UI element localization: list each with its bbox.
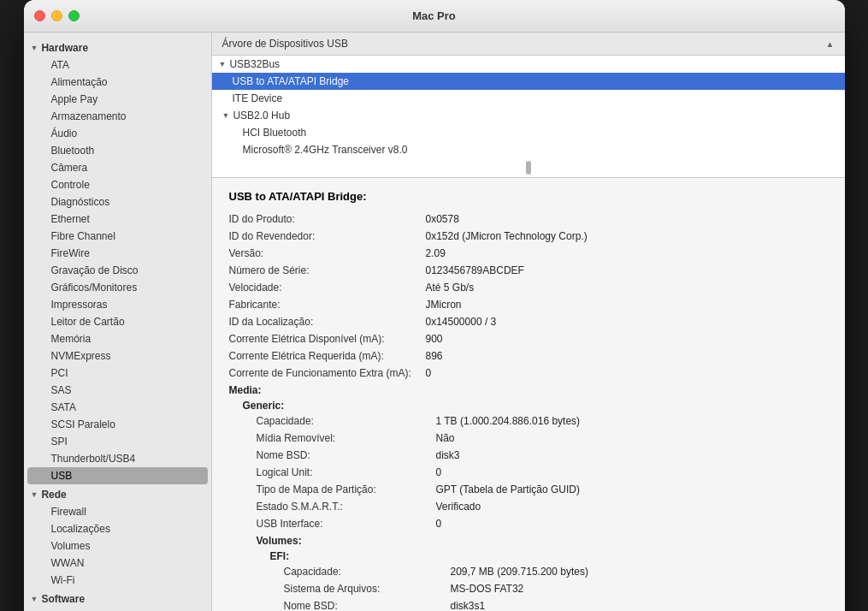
sidebar-item[interactable]: Gravação de Disco xyxy=(27,262,208,279)
tree-item-hci-bluetooth[interactable]: HCI Bluetooth xyxy=(212,124,845,141)
detail-value: disk3s1 xyxy=(451,598,486,611)
tree-item-usb-ata-bridge[interactable]: USB to ATA/ATAPI Bridge xyxy=(212,73,845,90)
sidebar-item[interactable]: Alimentação xyxy=(27,74,208,91)
rede-arrow-icon: ▼ xyxy=(31,490,38,499)
sidebar-item[interactable]: Câmera xyxy=(27,159,208,176)
detail-value: GPT (Tabela de Partição GUID) xyxy=(436,482,581,497)
sidebar-item[interactable]: SCSI Paralelo xyxy=(27,416,208,433)
sidebar-item[interactable]: WWAN xyxy=(27,555,208,572)
detail-row: ID do Produto: 0x0578 xyxy=(229,211,828,227)
sidebar-item[interactable]: Armazenamento xyxy=(27,108,208,125)
sidebar-item-bluetooth[interactable]: Bluetooth xyxy=(27,142,208,159)
detail-value: Até 5 Gb/s xyxy=(426,280,475,295)
sidebar-item[interactable]: SATA xyxy=(27,399,208,416)
device-tree-header: Árvore de Dispositivos USB ▲ xyxy=(212,33,845,56)
sidebar-item-ethernet[interactable]: Ethernet xyxy=(27,211,208,228)
hardware-arrow-icon: ▼ xyxy=(31,44,38,52)
window-title: Mac Pro xyxy=(412,9,456,22)
sidebar-item[interactable]: Leitor de Cartão xyxy=(27,313,208,330)
sidebar-item[interactable]: Acessibilidade xyxy=(27,608,208,611)
detail-row: Capacidade: 209,7 MB (209.715.200 bytes) xyxy=(284,564,828,579)
detail-label: USB Interface: xyxy=(257,516,436,531)
sidebar-item[interactable]: Fibre Channel xyxy=(27,228,208,245)
detail-label: Capacidade: xyxy=(284,564,451,579)
detail-value: JMicron xyxy=(426,297,462,312)
generic-section: Generic: Capacidade: 1 TB (1.000.204.886… xyxy=(229,400,828,611)
sidebar-section-software: ▼ Software Acessibilidade Aplicativos Cl… xyxy=(24,590,211,611)
sidebar-item[interactable]: Volumes xyxy=(27,537,208,555)
scrollbar-thumb[interactable] xyxy=(526,161,531,175)
sidebar-item[interactable]: Controle xyxy=(27,176,208,193)
sidebar-section-header-rede[interactable]: ▼ Rede xyxy=(24,486,211,503)
sidebar-item[interactable]: FireWire xyxy=(27,245,208,262)
detail-value: 209,7 MB (209.715.200 bytes) xyxy=(451,564,588,579)
tree-arrow-icon: ▼ xyxy=(219,60,227,68)
detail-label: Velocidade: xyxy=(229,280,426,295)
sidebar-item[interactable]: Gráficos/Monitores xyxy=(27,279,208,296)
sidebar-item[interactable]: SPI xyxy=(27,433,208,450)
tree-item-microsoft-transceiver[interactable]: Microsoft® 2.4GHz Transceiver v8.0 xyxy=(212,141,845,158)
detail-value: 0x14500000 / 3 xyxy=(426,314,497,329)
sidebar-item[interactable]: Localizações xyxy=(27,520,208,537)
detail-label: Estado S.M.A.R.T.: xyxy=(257,499,436,514)
detail-row: Logical Unit: 0 xyxy=(257,465,828,480)
detail-row: ID do Revendedor: 0x152d (JMicron Techno… xyxy=(229,228,828,244)
sidebar-item[interactable]: Impressoras xyxy=(27,296,208,313)
sidebar-item[interactable]: Wi-Fi xyxy=(27,572,208,589)
minimize-button[interactable] xyxy=(51,10,62,21)
sidebar-item[interactable]: Thunderbolt/USB4 xyxy=(27,450,208,467)
detail-label: ID da Localização: xyxy=(229,314,426,329)
sidebar[interactable]: ▼ Hardware ATA Alimentação Apple Pay Arm… xyxy=(24,33,212,611)
sidebar-section-header-hardware[interactable]: ▼ Hardware xyxy=(24,39,211,56)
detail-row: Nome BSD: disk3 xyxy=(257,448,828,463)
sidebar-item[interactable]: Diagnósticos xyxy=(27,193,208,211)
detail-row: Estado S.M.A.R.T.: Verificado xyxy=(257,499,828,514)
sidebar-item-usb[interactable]: USB xyxy=(27,467,208,484)
detail-value: MS-DOS FAT32 xyxy=(451,581,524,596)
detail-value: Verificado xyxy=(436,499,481,514)
sidebar-section-header-software[interactable]: ▼ Software xyxy=(24,590,211,608)
tree-item-ite-device[interactable]: ITE Device xyxy=(212,90,845,107)
sidebar-item-firewall[interactable]: Firewall xyxy=(27,503,208,520)
detail-label: Mídia Removível: xyxy=(257,430,436,446)
detail-row: Mídia Removível: Não xyxy=(257,430,828,446)
detail-label: Nome BSD: xyxy=(284,598,451,611)
efi-label: EFI: xyxy=(270,550,828,562)
detail-label: ID do Revendedor: xyxy=(229,228,426,244)
traffic-lights xyxy=(34,10,80,21)
maximize-button[interactable] xyxy=(68,10,80,21)
detail-value: 900 xyxy=(426,331,443,347)
detail-row: Corrente Elétrica Disponível (mA): 900 xyxy=(229,331,828,347)
volumes-label: Volumes: xyxy=(257,535,828,547)
detail-label: Capacidade: xyxy=(257,413,436,429)
sidebar-item[interactable]: ATA xyxy=(27,56,208,74)
detail-row: USB Interface: 0 xyxy=(257,516,828,531)
device-tree[interactable]: ▼ USB32Bus USB to ATA/ATAPI Bridge ITE D… xyxy=(212,56,845,178)
tree-item-usb32bus[interactable]: ▼ USB32Bus xyxy=(212,56,845,73)
tree-item-label: Microsoft® 2.4GHz Transceiver v8.0 xyxy=(243,144,408,156)
sidebar-section-rede: ▼ Rede Firewall Localizações Volumes WWA… xyxy=(24,486,211,589)
detail-row: Corrente de Funcionamento Extra (mA): 0 xyxy=(229,365,828,381)
sidebar-item[interactable]: Áudio xyxy=(27,125,208,142)
sidebar-item[interactable]: Memória xyxy=(27,330,208,347)
tree-arrow-icon: ▼ xyxy=(222,111,230,120)
software-label: Software xyxy=(41,593,85,605)
right-panel: Árvore de Dispositivos USB ▲ ▼ USB32Bus … xyxy=(212,33,845,611)
detail-row: Velocidade: Até 5 Gb/s xyxy=(229,280,828,295)
sidebar-item[interactable]: PCI xyxy=(27,365,208,382)
sidebar-item-apple-pay[interactable]: Apple Pay xyxy=(27,91,208,108)
detail-title: USB to ATA/ATAPI Bridge: xyxy=(229,190,828,203)
detail-label: Número de Série: xyxy=(229,263,426,278)
sidebar-item[interactable]: SAS xyxy=(27,382,208,399)
tree-item-usb20-hub[interactable]: ▼ USB2.0 Hub xyxy=(212,107,845,124)
efi-section: EFI: Capacidade: 209,7 MB (209.715.200 b… xyxy=(257,550,828,611)
chevron-up-icon[interactable]: ▲ xyxy=(826,39,835,49)
generic-label: Generic: xyxy=(243,400,828,412)
close-button[interactable] xyxy=(34,10,45,21)
tree-item-label: USB2.0 Hub xyxy=(233,110,290,122)
media-label: Media: xyxy=(229,384,828,396)
detail-label: Corrente Elétrica Requerida (mA): xyxy=(229,348,426,364)
detail-label: Corrente Elétrica Disponível (mA): xyxy=(229,331,426,347)
detail-row: ID da Localização: 0x14500000 / 3 xyxy=(229,314,828,329)
sidebar-item[interactable]: NVMExpress xyxy=(27,347,208,365)
